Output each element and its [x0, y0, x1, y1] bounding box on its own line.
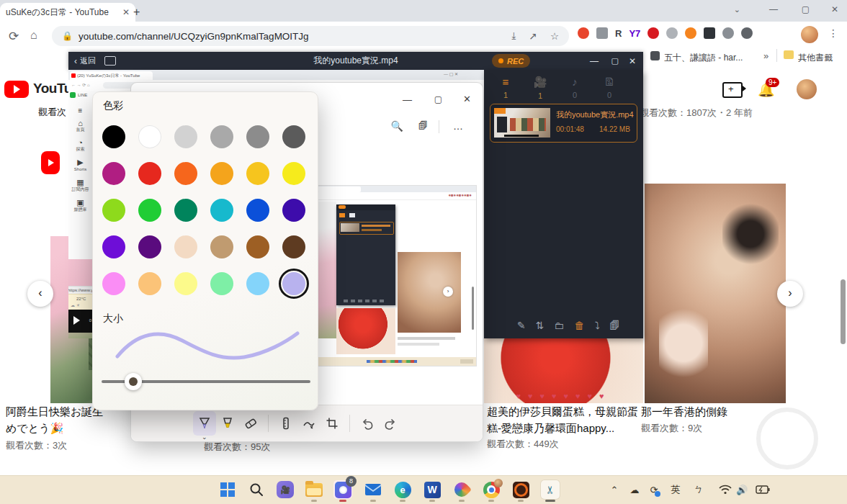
- other-bookmarks-label[interactable]: 其他書籤: [798, 52, 833, 64]
- size-slider-thumb[interactable]: [125, 373, 142, 390]
- window-maximize-icon[interactable]: ▢: [802, 4, 810, 14]
- bookmark-overflow-icon[interactable]: »: [763, 50, 768, 61]
- wifi-icon[interactable]: [716, 480, 735, 499]
- onedrive-cloud-icon[interactable]: ☁: [627, 480, 642, 499]
- touch-writing-button[interactable]: [297, 411, 321, 436]
- youtube-logo-icon[interactable]: [4, 81, 29, 98]
- clipboard-extension-icon[interactable]: [596, 27, 608, 39]
- ime-bopomofo-button[interactable]: ㄅ: [691, 480, 706, 499]
- paint-app-icon[interactable]: [452, 480, 471, 499]
- url-bar[interactable]: 🔒 youtube.com/channel/UCQzyiGn9pnKmalTag…: [52, 26, 569, 46]
- window-minimize-icon[interactable]: —: [769, 4, 778, 14]
- color-swatch-13[interactable]: [138, 199, 161, 222]
- tab-close-icon[interactable]: ✕: [122, 7, 130, 17]
- snip-close-icon[interactable]: ✕: [463, 94, 471, 104]
- word-app-icon[interactable]: W: [423, 480, 442, 499]
- color-swatch-17[interactable]: [282, 199, 305, 222]
- rec-open-folder-icon[interactable]: 🗀: [554, 320, 564, 331]
- color-swatch-20[interactable]: [174, 235, 197, 258]
- file-explorer-icon[interactable]: [305, 480, 323, 499]
- window-close-icon[interactable]: ✕: [831, 4, 838, 14]
- search-icon[interactable]: [247, 480, 266, 499]
- snip-copy-icon[interactable]: 🗐: [418, 120, 428, 131]
- thumbnail-hongkong-video[interactable]: [645, 184, 786, 403]
- pen-options-chevron-icon[interactable]: ⌄: [202, 433, 207, 441]
- color-swatch-14[interactable]: [174, 199, 197, 222]
- monitor-icon[interactable]: [104, 56, 116, 66]
- rec-tab-video[interactable]: 🎥1: [523, 76, 557, 100]
- color-swatch-12[interactable]: [102, 199, 125, 222]
- undo-button[interactable]: [356, 411, 379, 436]
- rec-close-icon[interactable]: ✕: [629, 56, 636, 66]
- color-swatch-18[interactable]: [102, 235, 125, 258]
- color-swatch-23[interactable]: [282, 235, 305, 258]
- browser-menu-icon[interactable]: ⋮: [828, 27, 838, 39]
- chrome-browser-icon[interactable]: [482, 480, 501, 499]
- downloader-extension-icon[interactable]: [704, 27, 715, 39]
- window-chevron-icon[interactable]: ⌄: [734, 5, 761, 14]
- color-swatch-22[interactable]: [246, 235, 269, 258]
- back-button[interactable]: 返回: [80, 55, 96, 66]
- color-swatch-25[interactable]: [138, 272, 161, 295]
- battery-icon[interactable]: [753, 480, 772, 499]
- rec-file-item[interactable]: 我的youtube實況.mp4 00:01:48 14.22 MB: [490, 104, 637, 143]
- color-swatch-28[interactable]: [246, 272, 269, 295]
- color-swatch-8[interactable]: [174, 162, 197, 185]
- puzzle-extension-icon[interactable]: [722, 27, 734, 39]
- rec-import-icon[interactable]: ⤵: [594, 320, 599, 331]
- rec-delete-icon[interactable]: 🗑: [574, 320, 584, 331]
- flame-extension-icon[interactable]: [578, 27, 589, 39]
- color-swatch-10[interactable]: [246, 162, 269, 185]
- color-swatch-19[interactable]: [138, 235, 161, 258]
- snip-more-icon[interactable]: …: [453, 120, 464, 132]
- browser-avatar[interactable]: [801, 26, 818, 43]
- color-swatch-29[interactable]: [282, 272, 305, 295]
- color-swatch-0[interactable]: [102, 125, 125, 148]
- rec-maximize-icon[interactable]: ▢: [611, 56, 619, 66]
- shield-extension-icon[interactable]: [647, 27, 659, 39]
- snip-minimize-icon[interactable]: —: [403, 94, 412, 105]
- eraser-tool-button[interactable]: [239, 411, 262, 436]
- color-swatch-3[interactable]: [210, 125, 233, 148]
- tray-chevron-icon[interactable]: ⌃: [609, 480, 620, 499]
- rec-minimize-icon[interactable]: —: [590, 56, 599, 66]
- color-swatch-4[interactable]: [246, 125, 269, 148]
- rec-edit-icon[interactable]: ✎: [517, 320, 526, 331]
- sidebar-extension-icon[interactable]: [741, 27, 753, 39]
- color-swatch-2[interactable]: [174, 125, 197, 148]
- carousel-next-button[interactable]: ›: [777, 281, 803, 307]
- carousel-prev-button[interactable]: ‹: [27, 281, 53, 307]
- rec-tab-image[interactable]: 🖻0: [592, 76, 627, 100]
- rec-copy-icon[interactable]: 🗐: [609, 320, 619, 331]
- color-swatch-24[interactable]: [102, 272, 125, 295]
- pen-tool-button[interactable]: ⌄: [193, 411, 216, 436]
- bookmark-star-icon[interactable]: ☆: [550, 30, 559, 42]
- new-tab-button[interactable]: +: [133, 6, 140, 19]
- video-title-3[interactable]: 超美的伊莎貝爾蛋糕，母親節蛋糕-愛戀康乃馨環面happy...: [487, 404, 640, 436]
- snipping-tool-taskbar-icon[interactable]: ✂: [541, 480, 560, 499]
- bookmark-item[interactable]: 五十、謙讓語 - har...: [664, 52, 743, 64]
- yahoo-extension-icon[interactable]: Y7: [629, 28, 640, 39]
- color-swatch-21[interactable]: [210, 235, 233, 258]
- page-scrollbar[interactable]: [841, 279, 846, 344]
- rec-button[interactable]: REC: [492, 54, 530, 68]
- share-icon[interactable]: ↗: [529, 30, 537, 42]
- metamask-extension-icon[interactable]: [685, 27, 696, 39]
- snip-zoom-icon[interactable]: 🔍: [391, 120, 403, 132]
- rec-window-titlebar[interactable]: ‹ 返回 我的youtube實況.mp4 REC — ▢ ✕: [68, 52, 643, 70]
- ruler-tool-button[interactable]: [274, 411, 297, 436]
- rec-tab-list[interactable]: ≡1: [488, 76, 523, 100]
- shorts-icon[interactable]: [41, 151, 60, 174]
- highlighter-tool-button[interactable]: [216, 411, 239, 436]
- color-swatch-15[interactable]: [210, 199, 233, 222]
- color-swatch-6[interactable]: [102, 162, 125, 185]
- photos-app-icon[interactable]: 8: [333, 480, 352, 499]
- crop-tool-button[interactable]: [321, 411, 344, 436]
- r-extension-icon[interactable]: R: [615, 28, 622, 39]
- save-page-icon[interactable]: ⤓: [512, 30, 516, 42]
- youtube-avatar[interactable]: [797, 79, 817, 99]
- color-swatch-5[interactable]: [282, 125, 305, 148]
- color-swatch-7[interactable]: [138, 162, 161, 185]
- color-swatch-1[interactable]: [138, 125, 161, 148]
- sync-icon[interactable]: ⟳: [647, 480, 661, 499]
